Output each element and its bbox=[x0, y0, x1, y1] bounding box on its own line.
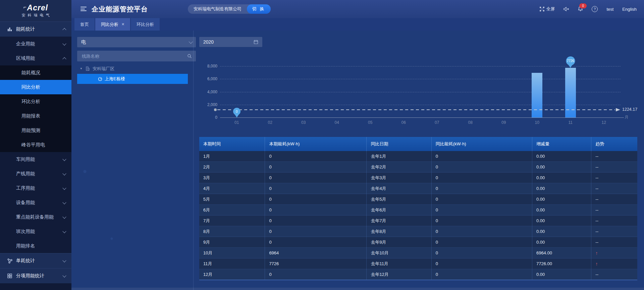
sidebar-item[interactable]: 产线用能 bbox=[0, 166, 71, 181]
table-cell: 0 bbox=[431, 183, 532, 194]
sidebar-item[interactable]: 企业用能 bbox=[0, 37, 71, 51]
line-search-input[interactable] bbox=[81, 53, 184, 59]
bar-chart-icon bbox=[7, 27, 12, 32]
table-cell: 0 bbox=[265, 183, 367, 194]
sidebar-item[interactable]: 区域用能 bbox=[0, 51, 71, 65]
table-cell: 去年6月 bbox=[367, 205, 431, 215]
y-axis-tick-label: 4,000 bbox=[199, 90, 217, 94]
table-cell: 2月 bbox=[199, 162, 265, 173]
column-header: 同比能耗(kW·h) bbox=[431, 137, 532, 151]
x-axis-tick-label: 05 bbox=[364, 120, 377, 125]
sidebar-item[interactable]: 用能报表 bbox=[0, 109, 71, 123]
table-cell: 0.00 bbox=[532, 237, 591, 248]
sidebar-item[interactable]: 同比分析 bbox=[0, 80, 71, 94]
chevron-down-icon bbox=[62, 42, 66, 45]
close-icon[interactable]: ✕ bbox=[121, 22, 124, 27]
trend-cell: ↑ bbox=[591, 248, 637, 258]
tab[interactable]: 环比分析 bbox=[131, 18, 160, 31]
table-row: 1月0去年1月00.00-- bbox=[199, 151, 637, 162]
chevron-down-icon bbox=[62, 186, 66, 190]
energy-type-select[interactable]: 电 bbox=[77, 37, 196, 47]
table-cell: 0 bbox=[431, 173, 532, 183]
sidebar-item[interactable]: 设备用能 bbox=[0, 195, 71, 210]
sidebar-item[interactable]: 能耗概况 bbox=[0, 65, 71, 80]
gridline bbox=[220, 66, 621, 66]
sidebar-menu: 能耗统计企业用能区域用能能耗概况同比分析环比分析用能报表用能预测峰谷平用电车间用… bbox=[0, 21, 71, 283]
table-row: 11月7726去年11月07726.00↑ bbox=[199, 258, 637, 269]
table-cell: 0 bbox=[265, 215, 367, 226]
tree-node[interactable]: 上海E栋楼 bbox=[77, 74, 188, 84]
table-cell: 0 bbox=[265, 205, 367, 215]
logo: ⌐ Acrel 安科瑞电气 bbox=[0, 0, 71, 21]
sidebar-item[interactable]: 用能预测 bbox=[0, 123, 71, 138]
year-picker[interactable]: 2020 bbox=[199, 37, 262, 47]
sidebar-item-label: 班次用能 bbox=[16, 229, 35, 235]
table-cell: 去年3月 bbox=[367, 173, 431, 183]
mute-button[interactable] bbox=[564, 7, 569, 11]
sidebar-item[interactable]: 环比分析 bbox=[0, 94, 71, 109]
language-toggle[interactable]: English bbox=[622, 7, 637, 12]
fullscreen-button[interactable]: 全屏 bbox=[540, 6, 555, 12]
trend-cell: -- bbox=[591, 226, 637, 237]
caret-down-icon[interactable]: ▼ bbox=[80, 67, 83, 70]
sidebar-item[interactable]: 用能排名 bbox=[0, 239, 71, 253]
molecule-icon bbox=[7, 258, 12, 263]
table-cell: 10月 bbox=[199, 248, 265, 258]
table-cell: 0 bbox=[431, 226, 532, 237]
column-header: 同比日期 bbox=[367, 137, 431, 151]
sidebar-item[interactable]: 分项用能统计 bbox=[0, 268, 71, 283]
table-cell: 1月 bbox=[199, 151, 265, 162]
table-cell: 7726 bbox=[265, 258, 367, 269]
chevron-down-icon bbox=[62, 229, 66, 233]
company-name: 安科瑞电气制造有限公司 bbox=[194, 6, 241, 12]
help-button[interactable]: ? bbox=[592, 6, 598, 12]
x-axis-tick-label: 02 bbox=[263, 120, 277, 125]
sidebar: ⌐ Acrel 安科瑞电气 能耗统计企业用能区域用能能耗概况同比分析环比分析用能… bbox=[0, 0, 71, 290]
x-axis-tick-label: 06 bbox=[397, 120, 410, 125]
table-cell: 去年9月 bbox=[367, 237, 431, 248]
sidebar-item[interactable]: 单耗统计 bbox=[0, 253, 71, 268]
y-axis-tick-label: 0 bbox=[199, 115, 217, 120]
table-row: 12月0去年12月00.00-- bbox=[199, 269, 637, 280]
tab-label: 同比分析 bbox=[101, 21, 118, 28]
tab[interactable]: 首页 bbox=[74, 18, 95, 31]
table-cell: 0.00 bbox=[532, 205, 591, 215]
chevron-down-icon bbox=[189, 40, 193, 44]
sidebar-item[interactable]: 重点能耗设备用能 bbox=[0, 210, 71, 224]
x-axis-tick-label: 01 bbox=[230, 120, 244, 125]
table-cell: 0 bbox=[265, 269, 367, 280]
horizontal-scrollbar[interactable] bbox=[71, 288, 644, 290]
bar-month-11 bbox=[565, 68, 576, 117]
menu-collapse-icon[interactable] bbox=[80, 7, 87, 12]
switch-company-button[interactable]: 切 换 bbox=[247, 4, 271, 14]
table-cell: 9月 bbox=[199, 237, 265, 248]
year-value: 2020 bbox=[203, 39, 214, 45]
table-cell: 0.00 bbox=[532, 194, 591, 205]
notifications-button[interactable]: 0 bbox=[578, 6, 583, 12]
sidebar-item[interactable]: 能耗统计 bbox=[0, 21, 71, 37]
yoy-table: 本期时间本期能耗(kW·h)同比日期同比能耗(kW·h)增减量趋势1月0去年1月… bbox=[199, 137, 637, 280]
sidebar-item[interactable]: 峰谷平用电 bbox=[0, 138, 71, 152]
x-axis-tick-label: 10 bbox=[530, 120, 544, 125]
sidebar-item[interactable]: 工序用能 bbox=[0, 181, 71, 195]
brand-name: Acrel bbox=[27, 4, 48, 12]
tree-node[interactable]: ▼安科瑞厂区 bbox=[71, 64, 194, 73]
top-right-actions: 全屏 0 ? test English bbox=[540, 0, 637, 18]
sidebar-item-label: 能耗概况 bbox=[21, 70, 40, 76]
sidebar-item-label: 用能排名 bbox=[16, 243, 35, 249]
table-cell: 0.00 bbox=[532, 226, 591, 237]
table-row: 4月0去年4月00.00-- bbox=[199, 183, 637, 194]
chevron-down-icon bbox=[62, 258, 66, 262]
table-cell: 去年1月 bbox=[367, 151, 431, 162]
calendar-icon bbox=[254, 40, 258, 44]
tab[interactable]: 同比分析✕ bbox=[95, 18, 130, 31]
search-icon[interactable] bbox=[187, 54, 192, 58]
fullscreen-label: 全屏 bbox=[546, 6, 555, 12]
sidebar-item[interactable]: 车间用能 bbox=[0, 152, 71, 166]
table-cell: 0.00 bbox=[532, 269, 591, 280]
markpoint-pin: 7726 bbox=[566, 56, 575, 68]
sidebar-item[interactable]: 班次用能 bbox=[0, 224, 71, 239]
table-cell: 0 bbox=[265, 194, 367, 205]
username[interactable]: test bbox=[606, 7, 613, 12]
x-axis-unit-label: 月 bbox=[623, 114, 630, 120]
